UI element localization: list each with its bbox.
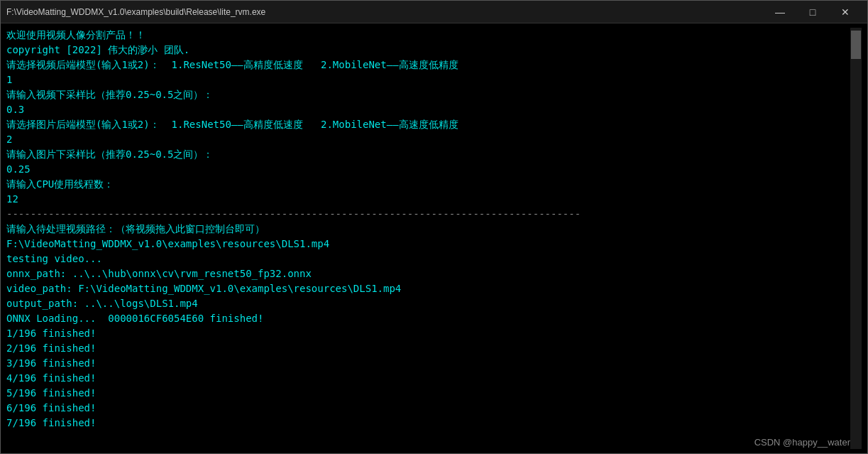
console-line: 3/196 finished! [6,356,850,371]
console-line: 2 [6,132,850,147]
console-line: 7/196 finished! [6,416,850,431]
window-controls: — □ ✕ [764,1,862,23]
console-line: 2/196 finished! [6,341,850,356]
scrollbar[interactable] [850,28,862,449]
console-area: 欢迎使用视频人像分割产品！！copyright [2022] 伟大的渺小 团队.… [1,23,867,453]
console-line: 12 [6,192,850,207]
console-line: 0.25 [6,162,850,177]
console-line: 5/196 finished! [6,386,850,401]
console-line: output_path: ..\..\logs\DLS1.mp4 [6,296,850,311]
close-button[interactable]: ✕ [829,1,862,23]
console-line: 请输入待处理视频路径：（将视频拖入此窗口控制台即可） [6,222,850,237]
minimize-button[interactable]: — [764,1,796,23]
console-line: 0.3 [6,102,850,117]
console-line: F:\VideoMatting_WDDMX_v1.0\examples\reso… [6,237,850,252]
console-line: 请输入视频下采样比（推荐0.25~0.5之间）： [6,87,850,102]
main-window: F:\VideoMatting_WDDMX_v1.0\examples\buil… [0,0,868,454]
console-line: 请输入CPU使用线程数： [6,177,850,192]
console-line: copyright [2022] 伟大的渺小 团队. [6,43,850,58]
scrollbar-thumb[interactable] [851,31,861,59]
console-line: 请选择视频后端模型(输入1或2)： 1.ResNet50——高精度低速度 2.M… [6,58,850,72]
console-line: video_path: F:\VideoMatting_WDDMX_v1.0\e… [6,281,850,296]
watermark: CSDN @happy__water [754,437,850,448]
console-output: 欢迎使用视频人像分割产品！！copyright [2022] 伟大的渺小 团队.… [6,28,850,449]
console-line: testing video... [6,252,850,266]
window-title: F:\VideoMatting_WDDMX_v1.0\examples\buil… [6,7,265,17]
console-line: 请输入图片下采样比（推荐0.25~0.5之间）： [6,147,850,162]
console-line: 6/196 finished! [6,401,850,416]
console-line: onnx_path: ..\..\hub\onnx\cv\rvm_resnet5… [6,266,850,281]
console-line: 请选择图片后端模型(输入1或2)： 1.ResNet50——高精度低速度 2.M… [6,117,850,132]
console-line: ONNX Loading... 0000016CF6054E60 finishe… [6,311,850,326]
console-line: 4/196 finished! [6,371,850,386]
console-line: 1 [6,72,850,87]
console-line: 欢迎使用视频人像分割产品！！ [6,28,850,43]
console-line: ----------------------------------------… [6,207,850,222]
titlebar: F:\VideoMatting_WDDMX_v1.0\examples\buil… [1,1,867,23]
console-line: 1/196 finished! [6,326,850,341]
maximize-button[interactable]: □ [796,1,829,23]
